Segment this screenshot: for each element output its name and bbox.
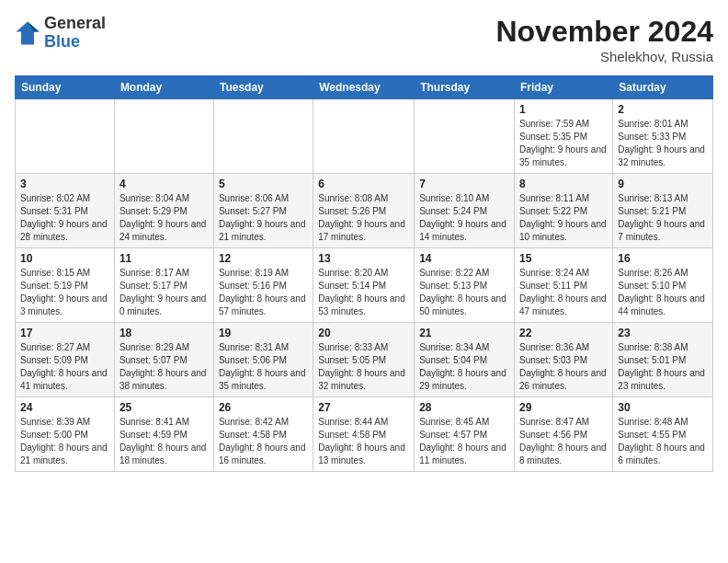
weekday-header-tuesday: Tuesday [213,76,313,99]
day-info: Sunrise: 8:04 AM Sunset: 5:29 PM Dayligh… [119,192,209,244]
calendar-cell: 16Sunrise: 8:26 AM Sunset: 5:10 PM Dayli… [613,248,713,323]
day-info: Sunrise: 7:59 AM Sunset: 5:35 PM Dayligh… [519,118,608,169]
day-number: 7 [419,178,509,190]
weekday-header-sunday: Sunday [16,76,115,99]
calendar-cell: 11Sunrise: 8:17 AM Sunset: 5:17 PM Dayli… [114,248,213,323]
day-info: Sunrise: 8:13 AM Sunset: 5:21 PM Dayligh… [618,192,708,244]
logo-text: General Blue [44,15,106,52]
day-info: Sunrise: 8:08 AM Sunset: 5:26 PM Dayligh… [318,192,409,244]
day-info: Sunrise: 8:20 AM Sunset: 5:14 PM Dayligh… [318,267,409,318]
day-number: 27 [318,401,409,414]
day-number: 29 [519,401,608,414]
day-info: Sunrise: 8:24 AM Sunset: 5:11 PM Dayligh… [519,267,608,318]
day-number: 15 [519,252,608,265]
weekday-header-wednesday: Wednesday [313,76,415,99]
calendar-cell: 28Sunrise: 8:45 AM Sunset: 4:57 PM Dayli… [415,397,515,472]
svg-marker-0 [16,21,39,44]
calendar-cell: 9Sunrise: 8:13 AM Sunset: 5:21 PM Daylig… [613,174,713,248]
calendar-week-row: 1Sunrise: 7:59 AM Sunset: 5:35 PM Daylig… [16,99,713,174]
logo-blue: Blue [44,33,106,52]
calendar-week-row: 17Sunrise: 8:27 AM Sunset: 5:09 PM Dayli… [16,323,713,397]
location-subtitle: Shelekhov, Russia [495,49,713,64]
day-number: 1 [519,103,608,116]
day-number: 6 [318,178,409,190]
calendar-week-row: 24Sunrise: 8:39 AM Sunset: 5:00 PM Dayli… [16,397,713,472]
calendar-cell: 17Sunrise: 8:27 AM Sunset: 5:09 PM Dayli… [16,323,115,397]
day-number: 8 [519,178,608,190]
calendar-header-row: SundayMondayTuesdayWednesdayThursdayFrid… [16,76,713,99]
day-number: 19 [219,327,308,339]
day-info: Sunrise: 8:10 AM Sunset: 5:24 PM Dayligh… [419,192,509,244]
calendar-cell: 5Sunrise: 8:06 AM Sunset: 5:27 PM Daylig… [213,174,313,248]
calendar-cell: 3Sunrise: 8:02 AM Sunset: 5:31 PM Daylig… [16,174,115,248]
calendar-cell: 23Sunrise: 8:38 AM Sunset: 5:01 PM Dayli… [613,323,713,397]
day-info: Sunrise: 8:15 AM Sunset: 5:19 PM Dayligh… [20,267,109,318]
weekday-header-thursday: Thursday [415,76,515,99]
calendar-cell: 6Sunrise: 8:08 AM Sunset: 5:26 PM Daylig… [313,174,415,248]
calendar-cell [313,99,415,174]
calendar-cell: 14Sunrise: 8:22 AM Sunset: 5:13 PM Dayli… [415,248,515,323]
day-info: Sunrise: 8:26 AM Sunset: 5:10 PM Dayligh… [618,267,708,318]
calendar-cell [213,99,313,174]
month-year-title: November 2024 [495,15,713,49]
calendar-cell: 15Sunrise: 8:24 AM Sunset: 5:11 PM Dayli… [515,248,613,323]
calendar-week-row: 10Sunrise: 8:15 AM Sunset: 5:19 PM Dayli… [16,248,713,323]
calendar-cell [114,99,213,174]
day-info: Sunrise: 8:11 AM Sunset: 5:22 PM Dayligh… [519,192,608,244]
day-number: 5 [219,178,308,190]
day-number: 22 [519,327,608,339]
day-info: Sunrise: 8:38 AM Sunset: 5:01 PM Dayligh… [618,341,708,393]
calendar-cell: 2Sunrise: 8:01 AM Sunset: 5:33 PM Daylig… [613,99,713,174]
day-info: Sunrise: 8:47 AM Sunset: 4:56 PM Dayligh… [519,416,608,467]
day-number: 16 [618,252,708,265]
calendar-cell: 29Sunrise: 8:47 AM Sunset: 4:56 PM Dayli… [515,397,613,472]
calendar-cell: 10Sunrise: 8:15 AM Sunset: 5:19 PM Dayli… [16,248,115,323]
day-number: 21 [419,327,509,339]
day-number: 9 [618,178,708,190]
day-info: Sunrise: 8:19 AM Sunset: 5:16 PM Dayligh… [219,267,308,318]
calendar-cell: 24Sunrise: 8:39 AM Sunset: 5:00 PM Dayli… [16,397,115,472]
logo-general: General [44,15,106,33]
calendar-cell: 27Sunrise: 8:44 AM Sunset: 4:58 PM Dayli… [313,397,415,472]
day-number: 17 [20,327,109,339]
day-info: Sunrise: 8:36 AM Sunset: 5:03 PM Dayligh… [519,341,608,393]
page-header: General Blue November 2024 Shelekhov, Ru… [15,15,713,64]
calendar-week-row: 3Sunrise: 8:02 AM Sunset: 5:31 PM Daylig… [16,174,713,248]
day-number: 18 [119,327,209,339]
weekday-header-saturday: Saturday [613,76,713,99]
calendar-cell: 30Sunrise: 8:48 AM Sunset: 4:55 PM Dayli… [613,397,713,472]
day-number: 4 [119,178,209,190]
day-number: 20 [318,327,409,339]
weekday-header-monday: Monday [114,76,213,99]
day-info: Sunrise: 8:17 AM Sunset: 5:17 PM Dayligh… [119,267,209,318]
day-number: 12 [219,252,308,265]
calendar-table: SundayMondayTuesdayWednesdayThursdayFrid… [15,75,713,472]
day-number: 24 [20,401,109,414]
calendar-cell: 8Sunrise: 8:11 AM Sunset: 5:22 PM Daylig… [515,174,613,248]
calendar-cell [16,99,115,174]
day-number: 14 [419,252,509,265]
calendar-cell: 18Sunrise: 8:29 AM Sunset: 5:07 PM Dayli… [114,323,213,397]
calendar-cell: 22Sunrise: 8:36 AM Sunset: 5:03 PM Dayli… [515,323,613,397]
day-info: Sunrise: 8:41 AM Sunset: 4:59 PM Dayligh… [119,416,209,467]
day-info: Sunrise: 8:29 AM Sunset: 5:07 PM Dayligh… [119,341,209,393]
day-number: 30 [618,401,708,414]
day-info: Sunrise: 8:39 AM Sunset: 5:00 PM Dayligh… [20,416,109,467]
day-number: 25 [119,401,209,414]
calendar-cell: 20Sunrise: 8:33 AM Sunset: 5:05 PM Dayli… [313,323,415,397]
day-info: Sunrise: 8:06 AM Sunset: 5:27 PM Dayligh… [219,192,308,244]
day-info: Sunrise: 8:48 AM Sunset: 4:55 PM Dayligh… [618,416,708,467]
day-info: Sunrise: 8:45 AM Sunset: 4:57 PM Dayligh… [419,416,509,467]
day-number: 13 [318,252,409,265]
calendar-cell: 21Sunrise: 8:34 AM Sunset: 5:04 PM Dayli… [415,323,515,397]
title-block: November 2024 Shelekhov, Russia [495,15,713,64]
day-info: Sunrise: 8:33 AM Sunset: 5:05 PM Dayligh… [318,341,409,393]
day-number: 10 [20,252,109,265]
logo-icon [15,20,40,46]
day-info: Sunrise: 8:44 AM Sunset: 4:58 PM Dayligh… [318,416,409,467]
day-number: 23 [618,327,708,339]
day-info: Sunrise: 8:34 AM Sunset: 5:04 PM Dayligh… [419,341,509,393]
day-number: 2 [618,103,708,116]
day-info: Sunrise: 8:02 AM Sunset: 5:31 PM Dayligh… [20,192,109,244]
calendar-cell: 13Sunrise: 8:20 AM Sunset: 5:14 PM Dayli… [313,248,415,323]
